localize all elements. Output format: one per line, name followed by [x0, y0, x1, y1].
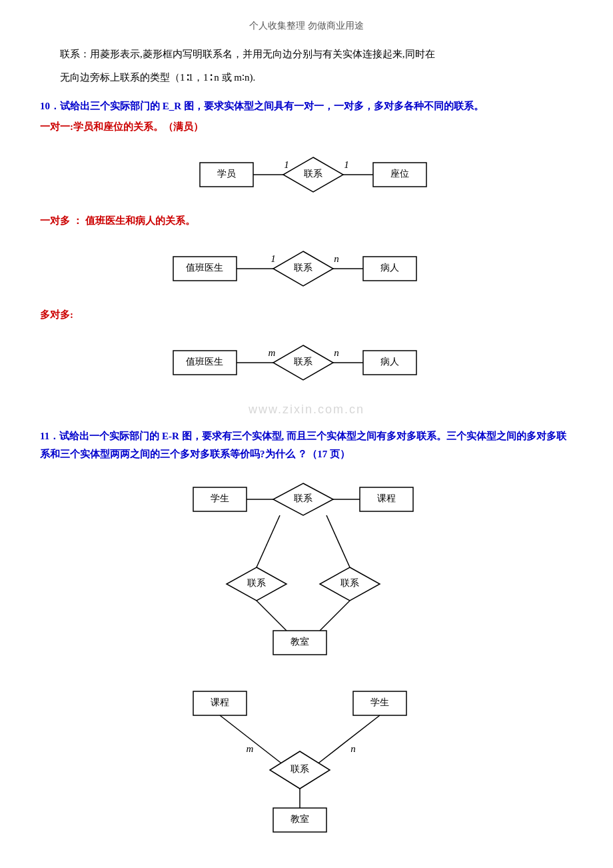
- q10-title: 10．试给出三个实际部门的 E_R 图，要求实体型之间具有一对一，一对多，多对多…: [40, 97, 573, 115]
- diagram-q11-ternary: 学生 课程 联系 联系 联系 教室: [40, 474, 573, 667]
- er-diagram-1-1: 学员 1 联系 1 座位: [147, 144, 466, 204]
- page-header: 个人收集整理 勿做商业用途: [40, 20, 573, 32]
- entity-xueyuan-label: 学员: [217, 169, 236, 179]
- diagram-one-to-many: 值班医生 1 联系 n 病人: [40, 238, 573, 298]
- entity-jiaoship-t-label: 教室: [291, 637, 309, 647]
- line-course-diamond-p: [220, 715, 283, 765]
- card-n: n: [334, 253, 339, 264]
- entity-patient-label: 病人: [380, 263, 399, 273]
- line-right-jiaoshiping: [320, 601, 350, 631]
- entity-student-p-label: 学生: [370, 697, 389, 707]
- intro-line1: 联系：用菱形表示,菱形框内写明联系名，并用无向边分别与有关实体连接起来,同时在: [40, 45, 573, 63]
- relation-left-label: 联系: [247, 578, 266, 588]
- entity-doctor-mn-label: 值班医生: [186, 357, 223, 367]
- q10-one-to-many-label: 一对多 ： 值班医生和病人的关系。: [40, 215, 573, 227]
- er-diagram-1-n: 值班医生 1 联系 n 病人: [133, 238, 480, 298]
- card-m-p: m: [247, 743, 254, 754]
- line-top-left-diamond: [257, 515, 280, 567]
- entity-jiaoshi-p-label: 教室: [291, 814, 309, 824]
- relation-label-1n: 联系: [294, 263, 312, 273]
- entity-course-t-label: 课程: [377, 493, 396, 503]
- card-n-p: n: [350, 743, 356, 754]
- er-diagram-m-n: 值班医生 m 联系 n 病人: [133, 332, 480, 392]
- entity-doctor-label: 值班医生: [186, 263, 223, 273]
- header-title: 个人收集整理 勿做商业用途: [249, 21, 364, 31]
- watermark: www.zixin.com.cn: [40, 403, 573, 417]
- line-left-jiaoshiping: [257, 601, 287, 631]
- relation-right-label: 联系: [340, 578, 359, 588]
- relation-label-mn: 联系: [294, 357, 312, 367]
- er-diagram-pairwise: 课程 学生 m n 联系 教室: [167, 678, 446, 838]
- relation-top-label: 联系: [294, 493, 312, 503]
- line-student-diamond-p: [316, 715, 380, 765]
- card-right: 1: [344, 159, 349, 170]
- entity-patient-mn-label: 病人: [380, 357, 399, 367]
- q11-title: 11．试给出一个实际部门的 E-R 图，要求有三个实体型, 而且三个实体型之间有…: [40, 427, 573, 463]
- card-n-mn: n: [334, 347, 339, 358]
- q10-one-to-one-label: 一对一:学员和座位的关系。（满员）: [40, 121, 573, 133]
- entity-zuowei-label: 座位: [390, 169, 409, 179]
- relation-center-p-label: 联系: [291, 764, 309, 774]
- diagram-many-to-many: 值班医生 m 联系 n 病人: [40, 332, 573, 392]
- q10-many-to-many-label: 多对多:: [40, 309, 573, 321]
- diagram-one-to-one: 学员 1 联系 1 座位: [40, 144, 573, 204]
- diagram-q11-pairwise: 课程 学生 m n 联系 教室: [40, 678, 573, 838]
- entity-course-p-label: 课程: [211, 697, 229, 707]
- card-left: 1: [284, 159, 289, 170]
- er-diagram-ternary: 学生 课程 联系 联系 联系 教室: [140, 474, 473, 667]
- line-top-right-diamond: [326, 515, 350, 567]
- relation-label: 联系: [304, 169, 322, 179]
- card-m: m: [269, 347, 276, 358]
- intro-line2: 无向边旁标上联系的类型（1∶1，1∶ n 或 m∶n).: [40, 69, 573, 87]
- card-1: 1: [271, 253, 276, 264]
- entity-student-t-label: 学生: [211, 493, 229, 503]
